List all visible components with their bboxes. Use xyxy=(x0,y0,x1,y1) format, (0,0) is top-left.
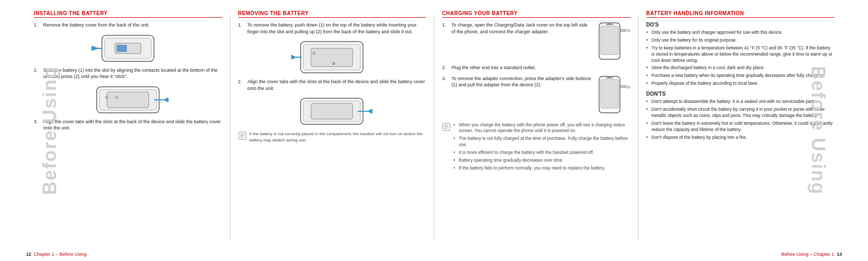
charge-step-3-num: 3. xyxy=(442,75,451,88)
remove-step-2: 2. Align the cover tabs with the slots a… xyxy=(238,79,426,92)
svg-text:①: ① xyxy=(312,51,316,56)
dos-title: DO'S xyxy=(646,22,835,28)
charging-bullet-4: Battery operating time gradually decreas… xyxy=(454,158,630,164)
content-area: INSTALLING THE BATTERY 1. Remove the bat… xyxy=(0,0,868,261)
charging-bullets-list: When you charge the battery with the pho… xyxy=(454,122,630,173)
charging-step3-row: 3. To remove the adapter connection, pre… xyxy=(442,75,630,118)
charging-bullet-list: When you charge the battery with the pho… xyxy=(454,122,630,172)
footer-left-page: 12 xyxy=(26,252,31,257)
svg-rect-3 xyxy=(116,45,127,52)
charge-step-3: 3. To remove the adapter connection, pre… xyxy=(442,75,592,88)
charging-note-icon xyxy=(442,123,451,133)
dos-4: Store the discharged battery in a cool, … xyxy=(646,65,835,71)
remove-step-1: 1. To remove the battery, push down (1) … xyxy=(238,22,426,35)
dos-1: Only use the battery and charger approve… xyxy=(646,30,835,36)
charge-step-2-text: Plug the other end into a standard outle… xyxy=(451,64,630,71)
dos-2: Only use the battery for its original pu… xyxy=(646,37,835,44)
footer-right-chapter: Before Using – Chapter 1 xyxy=(781,252,834,257)
vertical-text-left: Before Using xyxy=(39,66,61,195)
charge-illustration-1: ≋ xyxy=(597,22,630,64)
page-container: Before Using Before Using INSTALLING THE… xyxy=(0,0,868,261)
note-icon xyxy=(238,132,248,141)
handling-title: BATTERY HANDLING INFORMATION xyxy=(646,10,835,18)
remove-step-1-text: To remove the battery, push down (1) on … xyxy=(248,22,426,35)
charging-title: CHARGING YOUR BATTERY xyxy=(442,10,630,18)
install-step-2-text: Slide the battery (1) into the slot by a… xyxy=(43,67,222,80)
charge-step-2-num: 2. xyxy=(442,64,451,71)
svg-rect-37 xyxy=(601,80,618,108)
svg-rect-22 xyxy=(311,103,353,119)
charging-column: CHARGING YOUR BATTERY 1. To charge, open… xyxy=(434,10,638,245)
remove-step-2-text: Align the cover tabs with the slots at t… xyxy=(248,79,426,92)
vertical-text-right: Before Using xyxy=(807,66,829,195)
svg-rect-32 xyxy=(608,22,611,24)
donts-4: Don't dispose of the battery by placing … xyxy=(646,135,835,141)
installing-title: INSTALLING THE BATTERY xyxy=(34,10,222,18)
dos-6: Properly dispose of the battery accordin… xyxy=(646,81,835,87)
donts-title: DON'TS xyxy=(646,91,835,97)
remove-illustration-2 xyxy=(238,96,426,127)
install-illustration-2: ② ① xyxy=(34,84,222,115)
charge-step-2: 2. Plug the other end into a standard ou… xyxy=(442,64,630,71)
remove-note-text: If the battery is not correctly placed i… xyxy=(250,131,426,142)
dos-3: Try to keep batteries in a temperature b… xyxy=(646,45,835,64)
remove-note: If the battery is not correctly placed i… xyxy=(238,131,426,142)
charging-bullet-5: If the battery fails to perform normally… xyxy=(454,165,630,172)
charging-bullet-3: It is more efficient to charge the batte… xyxy=(454,150,630,156)
install-step-2: 2. Slide the battery (1) into the slot b… xyxy=(34,67,222,80)
charge-step-1: 1. To charge, open the Charging/Data Jac… xyxy=(442,22,592,35)
svg-text:②: ② xyxy=(105,95,108,100)
charge-step-3-text: To remove the adapter connection, press … xyxy=(451,75,592,88)
remove-illustration-1: ① ② xyxy=(238,39,426,75)
svg-rect-8 xyxy=(107,92,149,108)
charge-step-1-text: To charge, open the Charging/Data Jack c… xyxy=(451,22,592,35)
svg-text:①: ① xyxy=(115,95,119,100)
svg-rect-38 xyxy=(606,77,613,79)
dos-list: Only use the battery and charger approve… xyxy=(646,30,835,87)
donts-3: Don't leave the battery in extremely hot… xyxy=(646,121,835,133)
charging-step1-content: 1. To charge, open the Charging/Data Jac… xyxy=(442,22,592,64)
remove-step-2-num: 2. xyxy=(238,79,248,92)
footer-right-page: 13 xyxy=(837,252,842,257)
footer-right: Before Using – Chapter 1 13 xyxy=(781,252,842,257)
install-illustration-1 xyxy=(34,33,222,64)
charging-step1-row: 1. To charge, open the Charging/Data Jac… xyxy=(442,22,630,64)
svg-rect-30 xyxy=(601,26,618,55)
install-step-3-text: Align the cover tabs with the slots at t… xyxy=(43,119,222,132)
install-step-1-num: 1. xyxy=(34,22,43,29)
charging-bullet-1: When you charge the battery with the pho… xyxy=(454,122,630,135)
removing-column: REMOVING THE BATTERY 1. To remove the ba… xyxy=(230,10,434,245)
install-step-1: 1. Remove the battery cover from the bac… xyxy=(34,22,222,29)
charge-illustration-2: ≋ xyxy=(597,75,630,118)
footer: 12 Chapter 1 – Before Using Before Using… xyxy=(0,252,868,257)
charging-bullet-2: The battery is not fully charged at the … xyxy=(454,136,630,148)
removing-title: REMOVING THE BATTERY xyxy=(238,10,426,18)
charging-notes: When you charge the battery with the pho… xyxy=(442,122,630,173)
donts-1: Don't attempt to disassemble the battery… xyxy=(646,99,835,105)
donts-list: Don't attempt to disassemble the battery… xyxy=(646,99,835,140)
remove-step-1-num: 1. xyxy=(238,22,248,35)
footer-left-chapter: Chapter 1 – Before Using xyxy=(34,252,87,257)
svg-rect-31 xyxy=(606,24,613,25)
footer-left: 12 Chapter 1 – Before Using xyxy=(26,252,87,257)
dos-5: Purchase a new battery when its operatin… xyxy=(646,73,835,79)
charge-step-1-num: 1. xyxy=(442,22,451,35)
donts-2: Don't accidentally short circuit the bat… xyxy=(646,107,835,119)
install-step-3: 3. Align the cover tabs with the slots a… xyxy=(34,119,222,132)
svg-text:②: ② xyxy=(332,61,335,66)
svg-rect-39 xyxy=(608,76,611,77)
svg-text:≋: ≋ xyxy=(627,84,630,90)
svg-text:≋: ≋ xyxy=(627,28,630,33)
install-step-1-text: Remove the battery cover from the back o… xyxy=(43,22,222,29)
charging-step3-content: 3. To remove the adapter connection, pre… xyxy=(442,75,592,118)
